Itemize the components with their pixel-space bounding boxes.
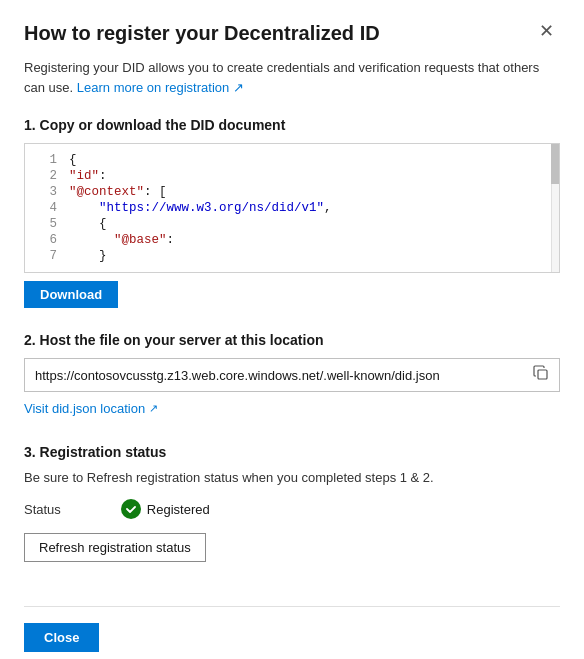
register-did-dialog: How to register your Decentralized ID ✕ …	[0, 0, 584, 659]
code-line-1: 1 {	[25, 152, 559, 168]
section1-heading: 1. Copy or download the DID document	[24, 117, 560, 133]
scrollbar-thumb	[551, 144, 559, 184]
status-value: Registered	[121, 499, 210, 519]
close-dialog-button[interactable]: Close	[24, 623, 99, 652]
download-button[interactable]: Download	[24, 281, 118, 308]
code-line-7: 7 }	[25, 248, 559, 264]
section2-heading: 2. Host the file on your server at this …	[24, 332, 560, 348]
section3-heading: 3. Registration status	[24, 444, 560, 460]
external-link-icon: ↗	[149, 402, 158, 415]
registration-note: Be sure to Refresh registration status w…	[24, 470, 560, 485]
did-url: https://contosovcusstg.z13.web.core.wind…	[35, 368, 525, 383]
visit-did-json-link[interactable]: Visit did.json location ↗	[24, 401, 158, 416]
url-field: https://contosovcusstg.z13.web.core.wind…	[24, 358, 560, 392]
status-label: Status	[24, 502, 61, 517]
did-document-code: 1 { 2 "id": 3 "@context": [ 4 "https://w…	[24, 143, 560, 273]
copy-url-button[interactable]	[525, 365, 549, 385]
svg-rect-0	[538, 370, 547, 379]
section-3: 3. Registration status Be sure to Refres…	[24, 444, 560, 590]
code-line-4: 4 "https://www.w3.org/ns/did/v1",	[25, 200, 559, 216]
intro-paragraph: Registering your DID allows you to creat…	[24, 58, 560, 97]
dialog-footer: Close	[24, 623, 560, 652]
dialog-title: How to register your Decentralized ID	[24, 20, 380, 46]
learn-more-link[interactable]: Learn more on registration ↗	[77, 80, 244, 95]
code-line-5: 5 {	[25, 216, 559, 232]
section-1: 1. Copy or download the DID document 1 {…	[24, 117, 560, 332]
footer-divider	[24, 606, 560, 607]
status-text: Registered	[147, 502, 210, 517]
dialog-close-button[interactable]: ✕	[533, 20, 560, 42]
section-2: 2. Host the file on your server at this …	[24, 332, 560, 444]
dialog-header: How to register your Decentralized ID ✕	[24, 20, 560, 46]
registered-check-icon	[121, 499, 141, 519]
code-line-3: 3 "@context": [	[25, 184, 559, 200]
refresh-registration-button[interactable]: Refresh registration status	[24, 533, 206, 562]
code-line-2: 2 "id":	[25, 168, 559, 184]
scrollbar[interactable]	[551, 144, 559, 272]
external-link-icon: ↗	[233, 80, 244, 95]
code-line-6: 6 "@base":	[25, 232, 559, 248]
copy-icon	[533, 365, 549, 381]
status-row: Status Registered	[24, 499, 560, 519]
